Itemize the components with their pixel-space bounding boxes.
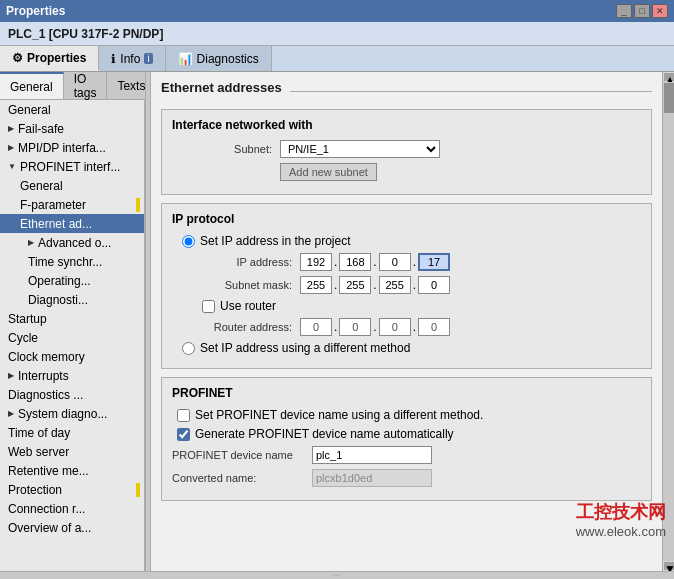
title-bar-title: Properties [6,4,65,18]
scroll-track [663,82,674,561]
tree-item-overview[interactable]: Overview of a... [0,518,144,537]
ip-octet-4[interactable] [418,253,450,271]
generate-auto-check[interactable] [177,428,190,441]
router-address-group: . . . [300,318,450,336]
page-title: Ethernet addresses [161,80,282,95]
tree-item-timesync[interactable]: Time synchr... [0,252,144,271]
ip-address-group: . . . [300,253,450,271]
title-bar-controls: _ □ ✕ [616,4,668,18]
scrollbar[interactable]: ▲ ▼ [662,72,674,571]
tab-io-tags[interactable]: IO tags [64,72,108,99]
subnet-mask-row: Subnet mask: . . . [192,276,641,294]
profinet-box: PROFINET Set PROFINET device name using … [161,377,652,501]
converted-name-input [312,469,432,487]
router-octet-3 [379,318,411,336]
generate-auto-label: Generate PROFINET device name automatica… [195,427,454,441]
tree-item-cycle[interactable]: Cycle [0,328,144,347]
resize-handle-h[interactable]: ··· [0,571,674,579]
minimize-button[interactable]: _ [616,4,632,18]
router-octet-4 [418,318,450,336]
tab-general[interactable]: General [0,72,64,99]
set-device-name-row: Set PROFINET device name using a differe… [177,408,641,422]
router-octet-1 [300,318,332,336]
tree-item-sysdiag[interactable]: ▶ System diagno... [0,404,144,423]
close-button[interactable]: ✕ [652,4,668,18]
set-ip-label: Set IP address in the project [200,234,351,248]
set-device-name-check[interactable] [177,409,190,422]
router-address-row: Router address: . . . [192,318,641,336]
tree-item-diagnostics2[interactable]: Diagnostics ... [0,385,144,404]
tree-item-startup[interactable]: Startup [0,309,144,328]
tree-item-profinet-general[interactable]: General [0,176,144,195]
properties-icon: ⚙ [12,51,23,65]
generate-auto-row: Generate PROFINET device name automatica… [177,427,641,441]
ip-address-row: IP address: . . . [192,253,641,271]
tree-item-protection[interactable]: Protection [0,480,144,499]
tree-item-webserver[interactable]: Web server [0,442,144,461]
mask-octet-3[interactable] [379,276,411,294]
router-octet-2 [339,318,371,336]
ip-octet-1[interactable] [300,253,332,271]
diff-method-radio-row: Set IP address using a different method [182,341,641,355]
interface-networked-title: Interface networked with [172,118,641,132]
mask-octet-4[interactable] [418,276,450,294]
router-address-label: Router address: [192,321,292,333]
tree-item-clock[interactable]: Clock memory [0,347,144,366]
subnet-mask-group: . . . [300,276,450,294]
mask-octet-1[interactable] [300,276,332,294]
tree-item-fparam[interactable]: F-parameter [0,195,144,214]
tab-properties[interactable]: ⚙ Properties [0,46,99,71]
use-router-check[interactable] [202,300,215,313]
use-router-label: Use router [220,299,276,313]
use-router-row: Use router [202,299,641,313]
device-header: PLC_1 [CPU 317F-2 PN/DP] [0,22,674,46]
tree-item-profinet[interactable]: ▼ PROFINET interf... [0,157,144,176]
set-ip-radio-row: Set IP address in the project [182,234,641,248]
interface-networked-box: Interface networked with Subnet: PN/IE_1… [161,109,652,195]
tree-item-mpi[interactable]: ▶ MPI/DP interfa... [0,138,144,157]
tree-item-timeofday[interactable]: Time of day [0,423,144,442]
tree-item-retentive[interactable]: Retentive me... [0,461,144,480]
subnet-mask-label: Subnet mask: [192,279,292,291]
tab-info[interactable]: ℹ Info i [99,46,165,71]
diff-method-label: Set IP address using a different method [200,341,410,355]
subnet-row: Subnet: PN/IE_1 [172,140,641,158]
ip-address-label: IP address: [192,256,292,268]
tree-item-interrupts[interactable]: ▶ Interrupts [0,366,144,385]
info-icon: ℹ [111,52,116,66]
tree-item-diagnosti[interactable]: Diagnosti... [0,290,144,309]
add-subnet-row: Add new subnet [280,163,641,181]
subnet-select[interactable]: PN/IE_1 [280,140,440,158]
mask-octet-2[interactable] [339,276,371,294]
tree-item-general[interactable]: General [0,100,144,119]
diff-method-radio[interactable] [182,342,195,355]
ip-octet-3[interactable] [379,253,411,271]
content-area: Ethernet addresses Interface networked w… [151,72,662,571]
scroll-thumb[interactable] [664,83,674,113]
maximize-button[interactable]: □ [634,4,650,18]
tree-panel: General ▶ Fail-safe ▶ MPI/DP interfa... … [0,100,145,571]
scroll-down[interactable]: ▼ [664,562,674,570]
add-subnet-button[interactable]: Add new subnet [280,163,377,181]
converted-name-row: Converted name: [172,469,641,487]
subnet-label: Subnet: [172,143,272,155]
ip-octet-2[interactable] [339,253,371,271]
device-name-row: PROFINET device name [172,446,641,464]
tree-item-operating[interactable]: Operating... [0,271,144,290]
set-ip-radio[interactable] [182,235,195,248]
device-name-input[interactable] [312,446,432,464]
profinet-title: PROFINET [172,386,641,400]
tree-item-failsafe[interactable]: ▶ Fail-safe [0,119,144,138]
converted-name-label: Converted name: [172,472,312,484]
device-label: PLC_1 [CPU 317F-2 PN/DP] [8,27,163,41]
tree-item-advanced[interactable]: ▶ Advanced o... [0,233,144,252]
info-badge: i [144,53,152,64]
ip-protocol-title: IP protocol [172,212,641,226]
title-bar: Properties _ □ ✕ [0,0,674,22]
tree-item-connection[interactable]: Connection r... [0,499,144,518]
tree-item-ethernet[interactable]: Ethernet ad... [0,214,144,233]
device-name-label: PROFINET device name [172,449,312,461]
tab-diagnostics[interactable]: 📊 Diagnostics [166,46,272,71]
scroll-up[interactable]: ▲ [664,73,674,81]
section-tab-bar: General IO tags Texts [0,72,145,100]
